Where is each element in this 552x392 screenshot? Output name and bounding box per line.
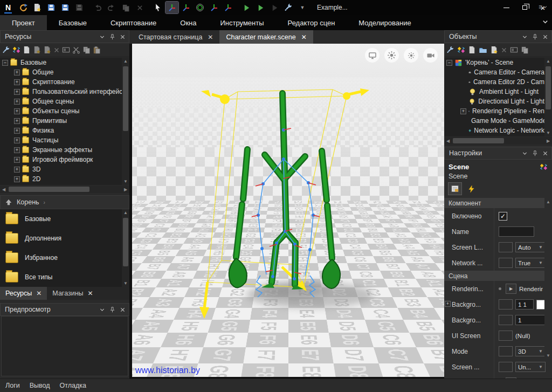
expander-icon[interactable]: + <box>14 118 20 124</box>
folder-list-item[interactable]: Дополнения <box>0 229 129 248</box>
run-icon[interactable] <box>254 2 267 13</box>
options-icon[interactable] <box>2 46 10 54</box>
tree-row[interactable]: Ambient Light - Light <box>444 87 544 97</box>
import-resource-icon[interactable] <box>33 46 41 54</box>
resources-tree-vscrollbar[interactable]: ▲ ▼ <box>122 58 129 185</box>
new-folder-icon[interactable] <box>479 46 487 54</box>
default-value-button[interactable] <box>499 258 513 268</box>
resources-folder-list[interactable]: Базовые Дополнения Избранное Все типы <box>0 209 129 287</box>
menu-item[interactable]: Инструменты <box>209 15 276 30</box>
document-tab[interactable]: Character maker.scene✕ <box>219 30 313 44</box>
expander-icon[interactable]: + <box>460 108 466 114</box>
menu-item[interactable]: Скриптование <box>99 15 168 30</box>
resources-tree-hscrollbar[interactable]: ◀ ▶ <box>0 185 129 193</box>
menu-item[interactable]: Окна <box>168 15 208 30</box>
mode-dropdown[interactable]: 3D▼ <box>515 346 546 356</box>
new-file-icon[interactable] <box>43 46 51 54</box>
close-tab-icon[interactable]: ✕ <box>301 33 307 41</box>
expander-icon[interactable]: + <box>14 176 20 182</box>
tree-row[interactable]: − Базовые <box>0 58 122 67</box>
close-panel-icon[interactable] <box>120 307 126 313</box>
default-value-button[interactable] <box>499 299 513 310</box>
screen-dropdown[interactable]: Un...▼ <box>515 362 546 372</box>
tree-row[interactable]: + Скриптование <box>0 77 122 87</box>
move-tool-icon[interactable] <box>165 2 178 13</box>
settings-vscrollbar[interactable]: ▲ ▼ <box>544 198 552 359</box>
expander-icon[interactable]: + <box>14 79 20 85</box>
tree-row[interactable]: + Примитивы <box>0 116 122 126</box>
panel-menu-icon[interactable] <box>99 307 105 313</box>
expander-icon[interactable]: − <box>446 60 452 66</box>
status-bar-item[interactable]: Отладка <box>60 382 86 389</box>
tree-row[interactable]: Game Mode - GameMode <box>444 116 544 126</box>
rename-icon[interactable] <box>62 46 70 54</box>
3d-viewport[interactable]: F2E2D2C2B2A2H2G2F2E2D2C2B2A2H2G2F2E2D2C2… <box>132 44 444 377</box>
folder-list-item[interactable]: Избранное <box>0 248 129 267</box>
objects-tree[interactable]: − 'Корень' - Scene Camera Editor - Camer… <box>444 58 544 136</box>
camera-button[interactable] <box>423 48 438 63</box>
tree-row[interactable]: + Игровой фреймворк <box>0 155 122 164</box>
settings-icon[interactable] <box>12 46 20 54</box>
properties-tab-icon[interactable] <box>448 183 461 195</box>
tree-row[interactable]: + Общее сцены <box>0 97 122 106</box>
panel-menu-icon[interactable] <box>99 34 105 40</box>
folder-list-item[interactable]: Базовые <box>0 209 129 229</box>
paste-icon[interactable] <box>93 46 101 54</box>
tree-row[interactable]: + Объекты сцены <box>0 106 122 116</box>
default-value-button[interactable] <box>499 315 513 325</box>
dock-tab[interactable]: Ресурсы✕ <box>0 287 47 300</box>
tree-row[interactable]: + 3D <box>0 164 122 174</box>
shadows-button[interactable] <box>404 48 418 63</box>
status-bar-item[interactable]: Вывод <box>30 382 50 389</box>
delete-object-icon[interactable] <box>501 47 507 53</box>
objects-tree-vscrollbar[interactable]: ▲ ▼ <box>544 58 552 136</box>
reference-button[interactable]: ▶ <box>506 284 516 294</box>
delete-resource-icon[interactable] <box>53 47 60 53</box>
menu-item[interactable]: Редактор сцен <box>276 15 347 30</box>
orbit-tool-icon[interactable] <box>194 2 206 13</box>
close-tab-icon[interactable]: ✕ <box>208 33 213 41</box>
network-dropdown[interactable]: True▼ <box>515 258 546 268</box>
expander-icon[interactable]: + <box>14 128 20 134</box>
expander-icon[interactable]: + <box>445 301 451 307</box>
sync-icon[interactable] <box>17 2 30 13</box>
expander-icon[interactable]: − <box>2 60 8 66</box>
expander-icon[interactable]: + <box>14 89 20 95</box>
new-component-icon[interactable] <box>490 46 498 54</box>
dock-tab[interactable]: Магазины✕ <box>47 287 98 300</box>
up-icon[interactable] <box>5 198 12 206</box>
default-value-button[interactable] <box>499 346 513 356</box>
menu-item[interactable]: Моделирование <box>347 15 423 30</box>
expander-icon[interactable]: + <box>14 70 20 75</box>
default-value-button[interactable] <box>499 242 513 252</box>
tree-row[interactable]: + Общие <box>0 67 122 77</box>
screen-label-dropdown[interactable]: Auto▼ <box>515 242 546 252</box>
app-logo[interactable]: N <box>0 3 16 12</box>
expander-icon[interactable]: + <box>14 137 20 143</box>
tree-row[interactable]: + Экранные эффекты <box>0 145 122 155</box>
status-bar-item[interactable]: Логи <box>5 382 20 389</box>
lighting-button[interactable] <box>384 48 399 63</box>
expander-icon[interactable]: + <box>14 99 20 105</box>
tree-row[interactable]: + Частицы <box>0 135 122 145</box>
transform-tool-icon[interactable] <box>222 2 234 13</box>
name-input[interactable] <box>499 226 534 237</box>
events-tab-icon[interactable] <box>465 183 478 195</box>
objects-tree-hscrollbar[interactable]: ◀ ▶ <box>444 137 552 145</box>
resources-tree[interactable]: − Базовые + Общие + Скриптование <box>0 58 122 185</box>
tree-row[interactable]: Camera Editor 2D - Cam <box>444 77 544 87</box>
settings-icon[interactable] <box>457 46 465 54</box>
expander-icon[interactable]: + <box>14 167 20 173</box>
type-settings-icon[interactable] <box>540 163 548 171</box>
breadcrumb-root[interactable]: Корень <box>17 198 39 206</box>
restore-button[interactable] <box>515 0 534 15</box>
background-intensity-value[interactable]: 1 <box>515 315 547 325</box>
default-value-button[interactable] <box>499 331 513 341</box>
expander-icon[interactable]: + <box>14 147 20 153</box>
display-mode-button[interactable] <box>365 48 380 63</box>
close-tab-icon[interactable]: ✕ <box>88 290 93 297</box>
folder-list-vscrollbar[interactable]: ▲ ▼ <box>122 209 129 287</box>
cut-icon[interactable] <box>72 46 80 54</box>
options-icon[interactable] <box>446 46 454 54</box>
tab-list-icon[interactable]: ≡ <box>539 3 548 11</box>
